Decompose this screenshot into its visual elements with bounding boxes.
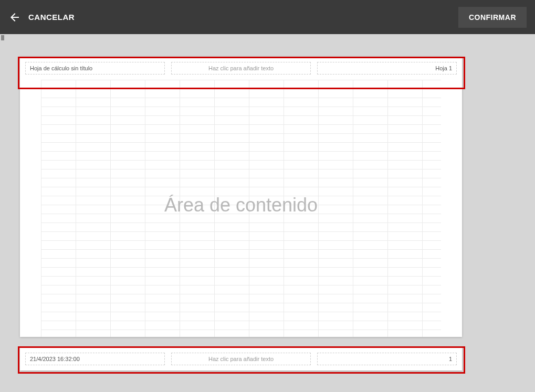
scroll-indicator — [1, 35, 4, 40]
header-right-field[interactable]: Hoja 1 — [317, 62, 457, 75]
back-arrow-icon[interactable] — [8, 11, 21, 24]
content-area-placeholder: Área de contenido — [164, 194, 318, 216]
topbar: CANCELAR CONFIRMAR — [0, 0, 535, 34]
footer-right-field[interactable]: 1 — [317, 353, 457, 365]
confirm-button[interactable]: CONFIRMAR — [458, 7, 527, 28]
header-left-field[interactable]: Hoja de cálculo sin título — [25, 62, 165, 75]
footer-center-field[interactable]: Haz clic para añadir texto — [171, 353, 311, 365]
print-page: Hoja de cálculo sin título Haz clic para… — [20, 57, 462, 337]
cancel-label[interactable]: CANCELAR — [28, 13, 75, 22]
spreadsheet-grid: Área de contenido — [41, 80, 441, 337]
header-center-field[interactable]: Haz clic para añadir texto — [171, 62, 311, 75]
page-header-row: Hoja de cálculo sin título Haz clic para… — [20, 57, 462, 80]
footer-left-field[interactable]: 21/4/2023 16:32:00 — [25, 353, 165, 365]
page-footer-row: 21/4/2023 16:32:00 Haz clic para añadir … — [20, 347, 462, 370]
topbar-left: CANCELAR — [8, 11, 75, 24]
sheet-body: Área de contenido — [20, 80, 462, 337]
